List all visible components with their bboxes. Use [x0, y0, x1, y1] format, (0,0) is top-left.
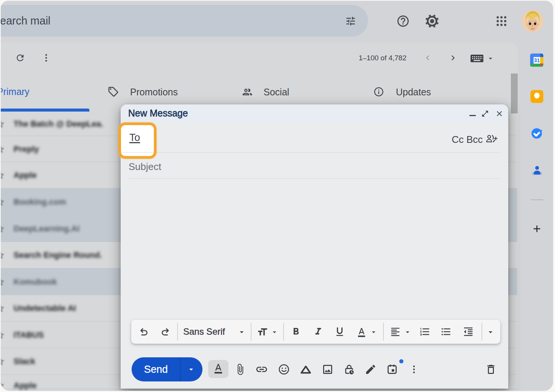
- svg-text:31: 31: [534, 57, 540, 63]
